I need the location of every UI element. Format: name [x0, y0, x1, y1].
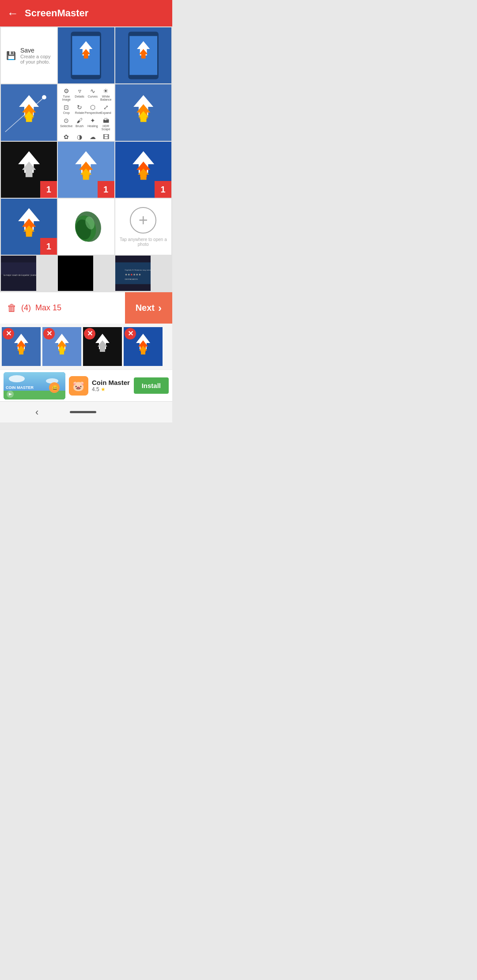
grid-cell-8[interactable]: 1	[58, 142, 114, 198]
svg-point-45	[125, 274, 127, 276]
svg-text:Capítulo 6: Estamos muy cerca: Capítulo 6: Estamos muy cerca	[125, 269, 150, 271]
max-label: Max 15	[35, 303, 61, 313]
svg-rect-41	[1, 263, 36, 275]
edit-hdr[interactable]: 🏔 HDR Scape	[99, 116, 113, 132]
svg-point-47	[131, 274, 132, 276]
badge-7: 1	[40, 181, 57, 198]
edit-healing[interactable]: ✦ Healing	[86, 116, 99, 132]
strip-item-1[interactable]: ✕	[2, 327, 41, 366]
badge-9: 1	[155, 181, 171, 198]
next-label: Next	[136, 303, 155, 313]
strip-item-3[interactable]: ✕	[83, 327, 122, 366]
grid-cell-7[interactable]: 1	[1, 142, 57, 198]
grid-cell-9[interactable]: 1	[115, 142, 171, 198]
ad-rating-value: 4.5	[92, 386, 99, 392]
strip-item-4[interactable]: ✕	[124, 327, 163, 366]
back-button[interactable]: ←	[7, 7, 19, 20]
edit-tonal[interactable]: ◑ Tonal Contrast	[73, 132, 86, 140]
edit-details[interactable]: ▿ Details	[73, 86, 86, 102]
selected-strip: ✕ ✕ ✕ ✕	[0, 324, 172, 369]
svg-point-49	[136, 274, 138, 276]
svg-rect-42	[58, 263, 93, 284]
svg-text:DESTACADOS: DESTACADOS	[125, 279, 137, 281]
edit-rotate[interactable]: ↻ Rotate	[73, 102, 86, 116]
ad-star-icon: ★	[101, 386, 106, 392]
save-desc: Create a copy of your photo.	[20, 54, 52, 64]
trash-icon[interactable]: 🗑	[7, 302, 17, 314]
ad-game-image: COIN MASTER 😀	[4, 372, 65, 400]
video-cell-3[interactable]: Capítulo 6: Estamos muy cerca DESTACADOS	[115, 256, 151, 291]
edit-white-balance[interactable]: ☀ White Balance	[99, 86, 113, 102]
next-button[interactable]: Next ›	[125, 292, 172, 324]
strip-item-2[interactable]: ✕	[42, 327, 81, 366]
ad-banner: COIN MASTER 😀 🐷 Coin Master 4.5 ★ Instal…	[0, 369, 172, 401]
video-cell-2[interactable]	[58, 256, 93, 291]
edit-expand[interactable]: ⤢ Expand	[99, 102, 113, 116]
photo-grid: 💾 Save Create a copy of your photo.	[0, 26, 172, 292]
svg-point-68	[9, 375, 25, 382]
edit-glamour[interactable]: ✿ Glamour Glow	[60, 132, 73, 140]
selection-count: (4)	[21, 303, 31, 313]
ad-rating: 4.5 ★	[92, 386, 130, 392]
edit-menu-cell[interactable]: ⚙ Tune Image ▿ Details ∿ Curves ☀ White …	[58, 84, 114, 140]
grid-cell-10[interactable]: 1	[1, 199, 57, 255]
svg-rect-43	[115, 263, 151, 284]
grid-cell-3[interactable]	[115, 27, 171, 83]
add-photo-cell[interactable]: + Tap anywhere to open a photo	[115, 199, 171, 255]
save-card-cell[interactable]: 💾 Save Create a copy of your photo.	[1, 27, 57, 83]
grid-cell-6[interactable]	[115, 84, 171, 140]
edit-tune-image[interactable]: ⚙ Tune Image	[60, 86, 73, 102]
ad-app-icon: 🐷	[69, 376, 88, 396]
add-photo-icon: +	[130, 207, 156, 234]
svg-point-48	[133, 274, 135, 276]
badge-10: 1	[40, 238, 57, 255]
grid-cell-4[interactable]	[1, 84, 57, 140]
grid-cell-2[interactable]	[58, 27, 114, 83]
svg-text:COIN MASTER: COIN MASTER	[6, 385, 34, 390]
badge-8: 1	[98, 181, 114, 198]
svg-point-50	[139, 274, 140, 276]
app-title: ScreenMaster	[25, 8, 88, 19]
edit-vintage[interactable]: 🎞 Vintage	[99, 132, 113, 140]
svg-point-46	[128, 274, 130, 276]
edit-brush[interactable]: 🖌 Brush	[73, 116, 86, 132]
app-header: ← ScreenMaster	[0, 0, 172, 26]
video-cell-1[interactable]: la mejor coach de España! | Estreno este…	[1, 256, 36, 291]
next-chevron: ›	[158, 302, 162, 314]
nav-bar: ‹	[0, 401, 172, 422]
save-title: Save	[20, 47, 52, 54]
install-button[interactable]: Install	[134, 377, 169, 394]
svg-text:😀: 😀	[52, 384, 58, 391]
svg-point-12	[42, 95, 46, 100]
edit-curves[interactable]: ∿ Curves	[86, 86, 99, 102]
edit-selective[interactable]: ⊙ Selective	[60, 116, 73, 132]
svg-text:🐷: 🐷	[72, 380, 85, 392]
nav-home-pill[interactable]	[70, 411, 96, 413]
snapseed-cell[interactable]	[58, 199, 114, 255]
action-bar: 🗑 (4) Max 15 Next ›	[0, 292, 172, 324]
ad-text: Coin Master 4.5 ★	[92, 379, 130, 392]
ad-title: Coin Master	[92, 379, 130, 386]
edit-drama[interactable]: ☁ Drama	[86, 132, 99, 140]
nav-back-button[interactable]: ‹	[35, 407, 38, 418]
edit-perspective[interactable]: ⬡ Perspective	[86, 102, 99, 116]
save-icon: 💾	[6, 51, 16, 60]
add-photo-text: Tap anywhere to open a photo	[115, 237, 171, 247]
edit-crop[interactable]: ⊡ Crop	[60, 102, 73, 116]
